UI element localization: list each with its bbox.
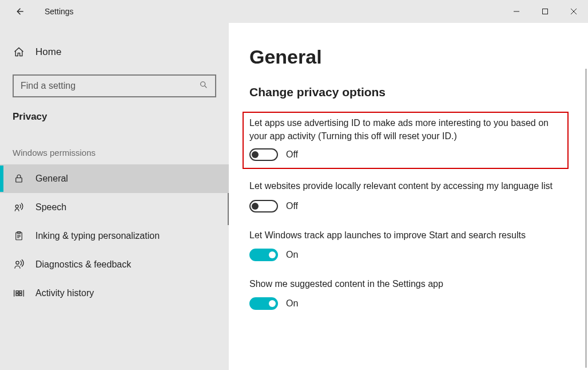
toggle-state: Off <box>286 149 298 160</box>
sidebar-item-speech[interactable]: Speech <box>0 193 229 222</box>
arrow-left-icon <box>14 6 25 17</box>
sidebar: Home Privacy Windows permissions General… <box>0 23 229 370</box>
svg-rect-19 <box>19 294 22 296</box>
highlight-box: Let apps use advertising ID to make ads … <box>243 112 569 169</box>
search-icon <box>199 80 208 92</box>
svg-line-5 <box>205 86 207 88</box>
sidebar-item-label: Activity history <box>35 288 94 298</box>
sidebar-item-label: Diagnostics & feedback <box>35 259 131 270</box>
timeline-icon <box>13 287 25 300</box>
back-button[interactable] <box>11 3 27 19</box>
sidebar-item-general[interactable]: General <box>0 164 229 193</box>
search-input[interactable] <box>21 81 199 91</box>
svg-point-7 <box>15 205 18 208</box>
option-label-advertising: Let apps use advertising ID to make ads … <box>249 116 558 143</box>
window-title: Settings <box>45 7 74 16</box>
option-label-language-list: Let websites provide locally relevant co… <box>249 179 558 192</box>
option-label-app-launches: Let Windows track app launches to improv… <box>249 229 558 242</box>
svg-rect-16 <box>16 291 18 293</box>
maximize-button[interactable] <box>531 0 559 23</box>
clipboard-icon <box>13 230 25 242</box>
section-label: Windows permissions <box>0 148 229 164</box>
close-button[interactable] <box>559 0 588 23</box>
svg-point-4 <box>201 82 205 86</box>
search-input-box[interactable] <box>13 74 216 97</box>
sidebar-item-label: General <box>35 174 68 184</box>
sidebar-item-activity[interactable]: Activity history <box>0 279 229 308</box>
sidebar-item-label: Inking & typing personalization <box>35 231 160 241</box>
home-nav[interactable]: Home <box>0 40 229 64</box>
minimize-icon <box>513 8 520 15</box>
toggle-state: On <box>286 250 298 260</box>
search-wrap <box>13 74 216 97</box>
category-label: Privacy <box>0 111 229 148</box>
home-icon <box>13 46 25 58</box>
close-icon <box>570 8 577 15</box>
svg-rect-18 <box>19 291 22 293</box>
titlebar: Settings <box>0 0 588 23</box>
sidebar-item-diagnostics[interactable]: Diagnostics & feedback <box>0 250 229 279</box>
window-controls <box>502 0 588 23</box>
maximize-icon <box>542 8 549 15</box>
svg-rect-1 <box>543 9 548 14</box>
toggle-state: On <box>286 298 298 309</box>
scrollbar[interactable] <box>585 69 587 368</box>
speech-icon <box>13 201 25 214</box>
toggle-app-launches[interactable] <box>249 249 278 261</box>
minimize-button[interactable] <box>502 0 531 23</box>
svg-rect-6 <box>16 178 22 183</box>
lock-icon <box>13 172 25 185</box>
option-label-suggested-content: Show me suggested content in the Setting… <box>249 277 558 290</box>
section-heading: Change privacy options <box>249 85 567 99</box>
sidebar-item-label: Speech <box>35 202 66 212</box>
page-title: General <box>249 46 567 68</box>
toggle-advertising-id[interactable] <box>249 148 278 161</box>
feedback-icon <box>13 258 25 271</box>
svg-rect-17 <box>16 294 18 296</box>
toggle-suggested-content[interactable] <box>249 297 278 310</box>
content-pane: General Change privacy options Let apps … <box>229 23 588 370</box>
svg-point-13 <box>16 261 19 264</box>
sidebar-item-inking[interactable]: Inking & typing personalization <box>0 222 229 250</box>
toggle-state: Off <box>286 201 298 211</box>
home-label: Home <box>35 46 61 58</box>
toggle-language-list[interactable] <box>249 200 278 212</box>
